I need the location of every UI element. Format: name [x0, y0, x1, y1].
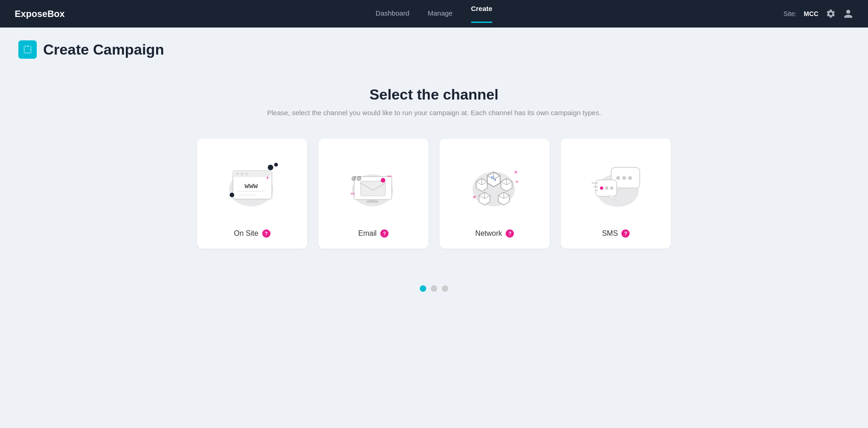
on-site-help-badge[interactable]: ?: [262, 229, 271, 238]
svg-point-3: [236, 172, 239, 175]
svg-text:www: www: [245, 181, 258, 190]
svg-text:+: +: [266, 175, 269, 181]
nav-manage[interactable]: Manage: [428, 9, 452, 19]
sms-label-row: SMS ?: [602, 229, 630, 238]
on-site-illustration: www +: [220, 152, 284, 212]
svg-point-4: [241, 172, 243, 175]
svg-rect-17: [361, 181, 385, 196]
on-site-label: On Site: [234, 229, 258, 238]
svg-point-11: [274, 163, 278, 167]
channel-card-email[interactable]: @@ »» «« Email ?: [318, 139, 428, 249]
navbar: ExposeBox Dashboard Manage Create Site: …: [0, 0, 868, 28]
gear-icon: [826, 9, 836, 19]
page-title: Create Campaign: [43, 41, 164, 58]
email-illustration: @@ »» ««: [341, 152, 406, 212]
page-header-icon: [18, 40, 37, 59]
email-help-badge[interactable]: ?: [380, 229, 389, 238]
svg-point-5: [245, 172, 248, 175]
svg-text:f: f: [495, 178, 496, 182]
svg-point-58: [610, 187, 614, 190]
svg-text:✕: ✕: [473, 195, 476, 200]
sms-label: SMS: [602, 229, 618, 238]
sms-illustration: [584, 152, 648, 212]
user-button[interactable]: [843, 9, 853, 19]
pagination-dot-3[interactable]: [442, 285, 448, 292]
section-subtitle: Please, select the channel you would lik…: [267, 109, 601, 117]
svg-text:G: G: [491, 175, 494, 179]
svg-text:✕: ✕: [514, 170, 518, 175]
svg-text:««: ««: [350, 191, 355, 196]
network-help-badge[interactable]: ?: [506, 229, 514, 238]
nav-dashboard[interactable]: Dashboard: [376, 9, 409, 19]
on-site-label-row: On Site ?: [234, 229, 270, 238]
svg-point-10: [268, 165, 273, 170]
network-label: Network: [475, 229, 502, 238]
svg-point-56: [600, 187, 603, 190]
channel-card-sms[interactable]: SMS ?: [561, 139, 671, 249]
svg-point-51: [616, 176, 620, 180]
main-content: Select the channel Please, select the ch…: [0, 68, 868, 310]
pagination-dot-1[interactable]: [420, 285, 426, 292]
pagination-dots: [420, 285, 448, 292]
svg-point-52: [622, 176, 626, 180]
network-illustration: G f: [462, 152, 527, 212]
svg-text:✕: ✕: [515, 180, 519, 184]
nav-create[interactable]: Create: [471, 5, 492, 23]
site-label: Site:: [783, 10, 796, 17]
brand-logo: ExposeBox: [15, 9, 65, 19]
network-label-row: Network ?: [475, 229, 514, 238]
settings-button[interactable]: [826, 9, 836, 19]
sms-help-badge[interactable]: ?: [621, 229, 630, 238]
navbar-right: Site: MCC: [783, 9, 853, 19]
nav-links: Dashboard Manage Create: [376, 5, 492, 23]
pagination-dot-2[interactable]: [431, 285, 437, 292]
svg-text:»»: »»: [387, 174, 392, 178]
svg-point-18: [381, 178, 385, 183]
svg-point-12: [230, 193, 234, 197]
channel-card-network[interactable]: G f: [440, 139, 550, 249]
section-title: Select the channel: [370, 86, 499, 103]
email-label-row: Email ?: [358, 229, 389, 238]
svg-text:@@: @@: [351, 175, 361, 181]
campaign-icon: [23, 44, 33, 55]
page-header: Create Campaign: [0, 28, 868, 68]
svg-point-53: [628, 176, 632, 180]
site-name: MCC: [804, 10, 818, 17]
email-label: Email: [358, 229, 377, 238]
svg-point-57: [605, 187, 609, 190]
channel-card-on-site[interactable]: www + On Site ?: [197, 139, 307, 249]
user-icon: [843, 9, 853, 19]
channels-grid: www + On Site ?: [197, 139, 671, 249]
